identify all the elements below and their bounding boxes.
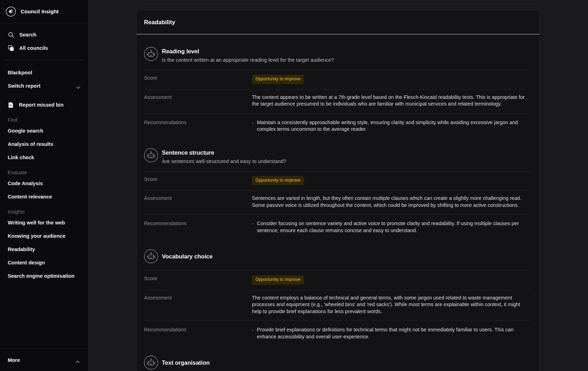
- sidebar-item-all-councils[interactable]: All councils: [0, 41, 88, 55]
- chevron-up-icon: [76, 359, 80, 362]
- sidebar-item-label: All councils: [19, 45, 48, 51]
- recommendations-list: Consider focusing on sentence variety an…: [252, 220, 531, 234]
- sidebar-item-writing-well-for-the-web[interactable]: Writing well for the web: [0, 216, 88, 229]
- recommendations-list: Provide brief explanations or definition…: [252, 326, 531, 340]
- recommendations-row: Recommendations Provide brief explanatio…: [144, 321, 531, 340]
- robot-icon: [144, 356, 158, 370]
- criterion-question: Are sentences well-structured and easy t…: [162, 158, 286, 164]
- recommendations-label: Recommendations: [144, 119, 252, 133]
- sidebar-item-council[interactable]: Blackpool: [0, 66, 88, 79]
- sidebar-item-analysis-of-results[interactable]: Analysis of results: [0, 137, 88, 151]
- sidebar: Council Insight Search All counci: [0, 0, 89, 371]
- criterion-header-text: Vocabulary choice: [162, 253, 213, 260]
- assessment-label: Assessment: [144, 195, 252, 209]
- criterion-rows: Score Opportunity to improve Assessment …: [144, 70, 531, 133]
- sidebar-group: Insights Writing well for the webKnowing…: [0, 208, 88, 283]
- criterion-title: Text organisation: [162, 359, 210, 366]
- more-button[interactable]: More: [0, 349, 88, 371]
- criterion-title: Vocabulary choice: [162, 253, 213, 260]
- sidebar-section-label: Find: [0, 116, 88, 123]
- recommendation-item: Consider focusing on sentence variety an…: [252, 220, 526, 234]
- recommendations-label: Recommendations: [144, 220, 252, 234]
- score-badge: Opportunity to improve: [252, 176, 304, 186]
- sidebar-item-readability[interactable]: Readability: [0, 243, 88, 256]
- assessment-text: Sentences are varied in length, but they…: [252, 195, 529, 209]
- sidebar-item-switch-report[interactable]: Switch report: [0, 79, 88, 93]
- sidebar-item-search[interactable]: Search: [0, 28, 88, 41]
- robot-icon: [144, 249, 158, 263]
- copy-icon: [8, 45, 14, 51]
- sidebar-item-search-engine-optimisation[interactable]: Search engine optimisation: [0, 269, 88, 283]
- score-value: Opportunity to improve: [252, 275, 529, 285]
- robot-icon: [144, 148, 158, 162]
- card-body: Reading level Is the content written at …: [137, 47, 539, 371]
- assessment-text: The content employs a balance of technic…: [252, 295, 529, 315]
- recommendations-row: Recommendations Maintain a consistently …: [144, 113, 531, 133]
- main-content: Readability Reading level: [89, 0, 588, 371]
- app-title: Council Insight: [21, 9, 59, 14]
- criterion-header-text: Reading level Is the content written at …: [162, 47, 334, 63]
- card-header: Readability: [137, 10, 539, 34]
- criterion-section-vocabulary-choice: Vocabulary choice Score Opportunity to i…: [144, 249, 531, 340]
- assessment-label: Assessment: [144, 295, 252, 315]
- criterion-rows: Score Opportunity to improve Assessment …: [144, 171, 531, 234]
- criterion-rows: Score Opportunity to improve Assessment …: [144, 270, 531, 340]
- assessment-text: The content appears to be written at a 7…: [252, 94, 529, 108]
- criterion-section-reading-level: Reading level Is the content written at …: [144, 47, 531, 133]
- readability-card: Readability Reading level: [136, 10, 540, 371]
- recommendations-row: Recommendations Consider focusing on sen…: [144, 214, 531, 234]
- sidebar-divider: [5, 60, 83, 60]
- criterion-header: Text organisation: [144, 356, 531, 370]
- criterion-header: Vocabulary choice: [144, 249, 531, 263]
- sidebar-item-label: Report missed bin: [19, 102, 63, 108]
- criterion-header: Sentence structure Are sentences well-st…: [144, 148, 531, 164]
- score-value: Opportunity to improve: [252, 176, 529, 186]
- score-label: Score: [144, 176, 252, 186]
- sidebar-item-content-design[interactable]: Content design: [0, 256, 88, 269]
- criterion-header: Reading level Is the content written at …: [144, 47, 531, 63]
- recommendations-label: Recommendations: [144, 326, 252, 340]
- criterion-question: Is the content written at an appropriate…: [162, 57, 334, 63]
- sidebar-group: Evaluate Code AnalysisContent relevance: [0, 169, 88, 203]
- sidebar-group-items: Writing well for the webKnowing your aud…: [0, 216, 88, 283]
- sidebar-section-label: Insights: [0, 208, 88, 215]
- more-label: More: [8, 357, 20, 363]
- recommendation-item: Maintain a consistently approachable wri…: [252, 119, 526, 133]
- panel-title: Readability: [144, 19, 175, 26]
- sidebar-item-report-missed-bin[interactable]: Report missed bin: [0, 98, 88, 112]
- score-badge: Opportunity to improve: [252, 75, 304, 84]
- sidebar-item-knowing-your-audience[interactable]: Knowing your audience: [0, 229, 88, 243]
- sidebar-group: Find Google searchAnalysis of resultsLin…: [0, 116, 88, 164]
- sidebar-group-items: Code AnalysisContent relevance: [0, 177, 88, 203]
- recommendation-item: Provide brief explanations or definition…: [252, 326, 526, 340]
- criterion-header-text: Sentence structure Are sentences well-st…: [162, 148, 286, 164]
- megaphone-logo-icon: [6, 6, 16, 17]
- sidebar-item-label: Search: [19, 32, 36, 38]
- sidebar-item-content-relevance[interactable]: Content relevance: [0, 190, 88, 203]
- sidebar-item-link-check[interactable]: Link check: [0, 151, 88, 164]
- search-icon: [8, 32, 14, 38]
- assessment-row: Assessment Sentences are varied in lengt…: [144, 190, 531, 214]
- criterion-title: Sentence structure: [162, 149, 286, 156]
- sidebar-item-google-search[interactable]: Google search: [0, 124, 88, 137]
- score-badge: Opportunity to improve: [252, 275, 304, 285]
- sidebar-nav-top: Search All councils: [0, 23, 88, 55]
- document-icon: [8, 102, 14, 108]
- criterion-section-text-organisation: Text organisation: [144, 356, 531, 370]
- previous-card-edge: [136, 0, 540, 1]
- sidebar-groups: Find Google searchAnalysis of resultsLin…: [0, 116, 88, 283]
- sidebar-item-code-analysis[interactable]: Code Analysis: [0, 177, 88, 190]
- criterion-section-sentence-structure: Sentence structure Are sentences well-st…: [144, 148, 531, 234]
- criterion-header-text: Text organisation: [162, 359, 210, 366]
- criterion-title: Reading level: [162, 48, 334, 55]
- score-row: Score Opportunity to improve: [144, 70, 531, 89]
- app-root: Council Insight Search All counci: [0, 0, 588, 371]
- score-value: Opportunity to improve: [252, 75, 529, 84]
- robot-icon: [144, 47, 158, 61]
- app-home-link[interactable]: Council Insight: [0, 0, 88, 23]
- recommendations-list: Maintain a consistently approachable wri…: [252, 119, 531, 133]
- sidebar-group-items: Google searchAnalysis of resultsLink che…: [0, 124, 88, 164]
- score-label: Score: [144, 75, 252, 84]
- score-row: Score Opportunity to improve: [144, 270, 531, 290]
- assessment-row: Assessment The content appears to be wri…: [144, 89, 531, 113]
